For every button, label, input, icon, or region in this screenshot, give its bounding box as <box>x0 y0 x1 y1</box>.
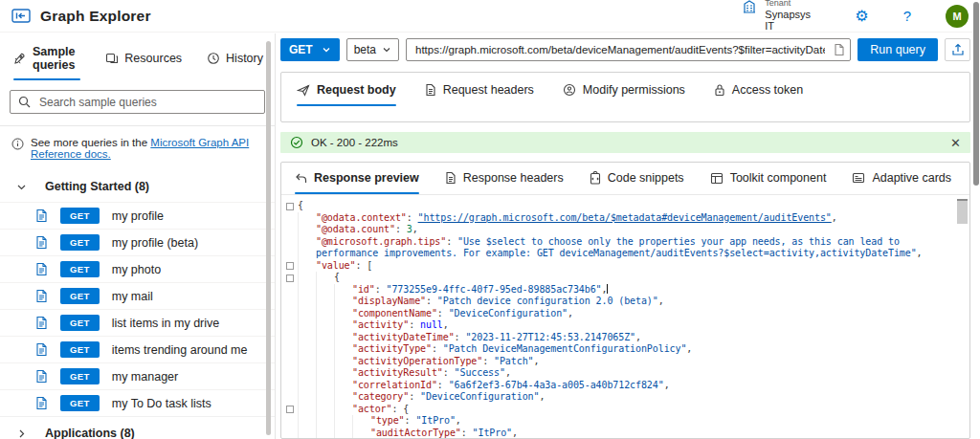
tab-toolkit-component[interactable]: Toolkit component <box>710 171 827 194</box>
tab-label: Modify permissions <box>583 83 685 97</box>
tab-code-snippets[interactable]: Code snippets <box>590 171 684 194</box>
document-icon <box>35 289 48 303</box>
document-icon <box>35 209 48 223</box>
sidebar-toggle-button[interactable]: Graph Explorer <box>11 8 151 25</box>
run-query-button[interactable]: Run query <box>858 38 938 61</box>
response-json[interactable]: {"@odata.context": "https://graph.micros… <box>281 195 969 438</box>
tab-request-headers[interactable]: Request headers <box>425 83 534 106</box>
sample-query-row[interactable]: GETmy profile (beta) <box>0 229 275 255</box>
api-version-value: beta <box>354 43 376 56</box>
page-scrollbar[interactable] <box>972 0 980 439</box>
indent-guide <box>334 428 352 439</box>
page-title: Graph Explorer <box>40 8 151 25</box>
indent-guide <box>298 380 316 392</box>
clock-icon <box>207 52 220 65</box>
indent-guide <box>298 236 316 260</box>
sample-query-row[interactable]: GETmy profile <box>0 202 275 229</box>
indent-guide <box>352 415 370 428</box>
chevron-right-icon <box>16 428 27 439</box>
response-panel: Response preview Response headers Code s… <box>280 162 970 439</box>
json-line: { <box>283 200 952 212</box>
tab-response-headers[interactable]: Response headers <box>445 171 564 194</box>
indent-guide <box>298 284 316 296</box>
document-icon <box>445 171 457 185</box>
sidebar-scrollbar[interactable] <box>266 41 271 435</box>
http-method-dropdown[interactable]: GET <box>280 38 340 61</box>
sample-query-row[interactable]: GETlist items in my drive <box>0 309 275 336</box>
json-line: "@microsoft.graph.tips": "Use $select to… <box>283 236 952 260</box>
json-line: "auditActorType": "ItPro", <box>283 428 952 439</box>
group-label: Applications (8) <box>45 427 135 439</box>
share-query-button[interactable] <box>945 38 970 61</box>
api-version-dropdown[interactable]: beta <box>346 38 399 61</box>
document-icon <box>35 396 48 410</box>
collapse-toggle-icon[interactable] <box>283 200 298 212</box>
group-getting-started[interactable]: Getting Started (8) <box>0 170 275 202</box>
json-gutter <box>283 319 298 332</box>
settings-gear-icon[interactable]: ⚙ <box>855 9 868 24</box>
json-line: "activityResult": "Success", <box>283 367 952 380</box>
sample-query-row[interactable]: GETmy manager <box>0 362 275 389</box>
help-icon[interactable]: ? <box>903 8 911 24</box>
request-url-input[interactable] <box>406 38 851 61</box>
indent-guide <box>298 415 316 428</box>
chevron-down-icon <box>382 45 391 55</box>
sample-query-row[interactable]: GETmy To Do task lists <box>0 389 275 416</box>
collapse-toggle-icon[interactable] <box>283 404 298 416</box>
search-input[interactable] <box>37 95 256 110</box>
user-avatar[interactable]: M <box>946 5 969 28</box>
indent-guide <box>334 356 352 368</box>
tab-access-token[interactable]: Access token <box>714 83 803 106</box>
tab-adaptive-cards[interactable]: Adaptive cards <box>852 171 951 194</box>
indent-guide <box>334 308 352 320</box>
json-line: "activityDateTime": "2023-11-27T12:45:53… <box>283 332 952 344</box>
chevron-down-icon <box>16 182 27 192</box>
json-gutter <box>283 296 298 308</box>
document-icon <box>35 262 48 276</box>
indent-guide <box>334 404 352 416</box>
indent-guide <box>316 428 334 439</box>
indent-guide <box>316 332 334 344</box>
tenant-label: Tenant <box>765 0 820 9</box>
document-icon <box>35 316 48 330</box>
tab-modify-permissions[interactable]: Modify permissions <box>563 83 685 106</box>
sidebar-tabs: Sample queries Resources History <box>0 33 275 80</box>
indent-guide <box>316 404 334 416</box>
request-panel: Request body Request headers Modify perm… <box>280 72 970 122</box>
indent-guide <box>316 319 334 332</box>
card-icon <box>852 172 865 184</box>
group-applications[interactable]: Applications (8) <box>0 416 275 439</box>
json-line: "category": "DeviceConfiguration", <box>283 391 952 404</box>
status-message: OK - 200 - 222ms <box>311 137 398 148</box>
document-icon[interactable] <box>834 43 845 56</box>
tab-request-body[interactable]: Request body <box>297 83 396 106</box>
sample-query-row[interactable]: GETmy mail <box>0 282 275 309</box>
indent-guide <box>316 296 334 308</box>
tab-label: Request headers <box>443 83 534 97</box>
indent-guide <box>298 260 316 273</box>
close-icon[interactable]: ✕ <box>950 137 961 149</box>
clipboard-icon <box>590 171 601 185</box>
json-line: "actor": { <box>283 404 952 416</box>
collapse-toggle-icon[interactable] <box>283 260 298 273</box>
indent-guide <box>334 415 352 428</box>
json-line: "id": "773255e9-4ffc-40f7-95ed-89885ac73… <box>283 284 952 296</box>
sample-query-row[interactable]: GETitems trending around me <box>0 336 275 362</box>
tenant-info[interactable]: Tenant Synapsys IT <box>742 0 820 33</box>
sidebar: Sample queries Resources History <box>0 33 276 439</box>
tab-history[interactable]: History <box>207 45 263 80</box>
tab-sample-queries[interactable]: Sample queries <box>13 45 80 80</box>
json-gutter <box>283 415 298 428</box>
tab-response-preview[interactable]: Response preview <box>295 171 419 194</box>
json-line: "correlationId": "6a6f2ef3-67b4-4a3a-a00… <box>283 380 952 392</box>
sample-query-row[interactable]: GETmy photo <box>0 255 275 282</box>
info-text: See more queries in the Microsoft Graph … <box>31 137 263 160</box>
response-scrollbar[interactable] <box>957 199 968 224</box>
app-header: Graph Explorer Tenant Synapsys IT ⚙ ? M <box>0 0 980 33</box>
page-scrollbar-thumb[interactable] <box>973 2 979 186</box>
collapse-toggle-icon[interactable] <box>283 272 298 284</box>
checkmark-circle-icon <box>290 136 303 149</box>
tab-resources[interactable]: Resources <box>105 45 182 80</box>
indent-guide <box>316 343 334 356</box>
info-prefix: See more queries in the <box>31 137 147 148</box>
